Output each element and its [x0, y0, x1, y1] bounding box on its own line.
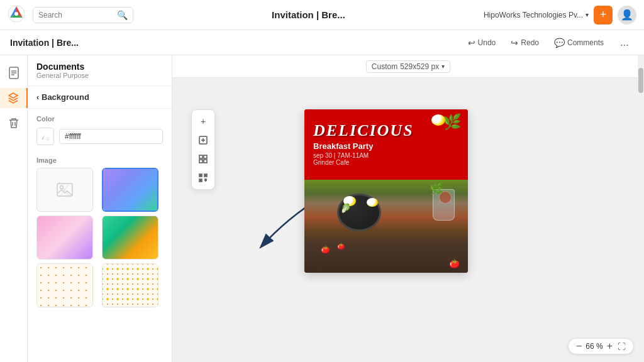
image-thumb-gradient1[interactable] — [102, 168, 158, 212]
design-subtitle: Breakfast Party — [313, 141, 459, 151]
icon-sidebar — [0, 55, 28, 362]
search-icon: 🔍 — [117, 10, 128, 20]
canvas-tool-qr[interactable] — [194, 169, 212, 187]
zoom-level: 66 % — [586, 342, 602, 351]
docs-title: Documents — [36, 62, 163, 72]
image-thumb-gradient3[interactable] — [102, 216, 158, 260]
back-to-background[interactable]: ‹ Background — [28, 86, 172, 109]
comment-icon: 💬 — [554, 38, 565, 48]
undo-button[interactable]: ↩ Undo — [464, 35, 500, 50]
props-header: Documents General Purpose — [28, 55, 172, 86]
canvas-size-selector[interactable]: Custom 529x529 px ▾ — [366, 60, 450, 73]
image-placeholder-icon — [56, 181, 74, 199]
svg-rect-21 — [200, 175, 201, 176]
svg-rect-15 — [204, 155, 207, 158]
canvas-viewport[interactable]: + — [172, 78, 644, 362]
profile-button[interactable]: 👤 — [618, 6, 636, 25]
chevron-left-icon: ‹ — [36, 93, 39, 102]
search-input[interactable] — [38, 11, 113, 19]
image-thumb-empty[interactable] — [36, 168, 93, 212]
herb-decoration: 🌿 — [443, 113, 462, 131]
svg-point-1 — [14, 12, 18, 16]
redo-button[interactable]: ↪ Redo — [507, 35, 543, 50]
design-meta-line2: Grinder Cafe — [313, 159, 459, 166]
color-input[interactable]: #ffffff — [59, 129, 163, 144]
image-grid — [28, 168, 172, 314]
topbar-center: Invitation | Bre... — [141, 9, 476, 20]
redo-icon: ↪ — [511, 38, 518, 48]
topbar: 🔍 Invitation | Bre... HipoWorks Technolo… — [0, 0, 644, 30]
sidebar-item-document[interactable] — [4, 63, 24, 83]
canvas-size-label: Custom — [372, 62, 397, 71]
scroll-thumb[interactable] — [638, 68, 643, 93]
canvas-tool-add[interactable]: + — [194, 112, 212, 130]
zoom-in-button[interactable]: + — [606, 341, 614, 351]
image-section-label: Image — [28, 151, 172, 168]
docs-subtitle: General Purpose — [36, 72, 163, 79]
scroll-indicator — [638, 55, 644, 362]
design-card[interactable]: DELICIOUS Breakfast Party sep 30 | 7AM-1… — [304, 109, 468, 273]
svg-rect-23 — [200, 180, 201, 181]
canvas-tool-move[interactable] — [194, 131, 212, 149]
fullscreen-button[interactable]: ⛶ — [616, 343, 627, 351]
more-button[interactable]: ... — [615, 33, 634, 52]
canvas-size-value: 529x529 px — [400, 62, 439, 71]
image-thumb-pattern-orange[interactable] — [36, 263, 93, 307]
canvas-tools: + — [191, 109, 215, 190]
document-title: Invitation | Bre... — [272, 9, 345, 20]
svg-rect-14 — [199, 155, 203, 158]
svg-point-8 — [47, 138, 49, 140]
undo-icon: ↩ — [468, 38, 475, 48]
design-meta-line1: sep 30 | 7AM-11AM — [313, 152, 459, 159]
actionbar: Invitation | Bre... ↩ Undo ↪ Redo 💬 Comm… — [0, 30, 644, 55]
actionbar-actions: ↩ Undo ↪ Redo 💬 Comments ... — [464, 33, 634, 52]
zoom-bar: − 66 % + ⛶ — [568, 338, 634, 354]
company-name: HipoWorks Technologies Pv... ▾ — [484, 11, 589, 19]
canvas-area: Custom 529x529 px ▾ + — [172, 55, 644, 362]
egg-decoration — [431, 114, 445, 126]
color-row: #ffffff — [28, 125, 172, 151]
chevron-down-icon: ▾ — [441, 63, 445, 70]
add-button[interactable]: + — [594, 6, 613, 25]
canvas-topbar: Custom 529x529 px ▾ — [172, 55, 644, 78]
zoom-out-button[interactable]: − — [575, 341, 583, 351]
sidebar-item-layers[interactable] — [0, 88, 28, 108]
breadcrumb-title: Invitation | Bre... — [10, 38, 79, 48]
logo — [8, 5, 25, 25]
search-box[interactable]: 🔍 — [33, 7, 133, 23]
comments-button[interactable]: 💬 Comments — [550, 35, 608, 50]
canvas-tool-grid[interactable] — [194, 150, 212, 168]
topbar-actions: HipoWorks Technologies Pv... ▾ + 👤 — [484, 6, 636, 25]
svg-rect-22 — [205, 175, 206, 176]
svg-rect-16 — [199, 160, 203, 163]
sidebar-item-trash[interactable] — [4, 113, 24, 133]
paint-bucket-icon — [41, 132, 50, 141]
main-layout: Documents General Purpose ‹ Background C… — [0, 55, 644, 362]
chevron-down-icon: ▾ — [586, 11, 589, 18]
design-food-photo: 🥬 🍅 🍅 🌿 🍅 — [304, 180, 468, 273]
image-thumb-pattern-flowers[interactable] — [102, 263, 158, 307]
properties-panel: Documents General Purpose ‹ Background C… — [28, 55, 172, 362]
image-thumb-gradient2[interactable] — [36, 216, 93, 260]
color-swatch[interactable] — [36, 128, 54, 145]
svg-rect-17 — [204, 160, 207, 163]
color-section-label: Color — [28, 109, 172, 125]
